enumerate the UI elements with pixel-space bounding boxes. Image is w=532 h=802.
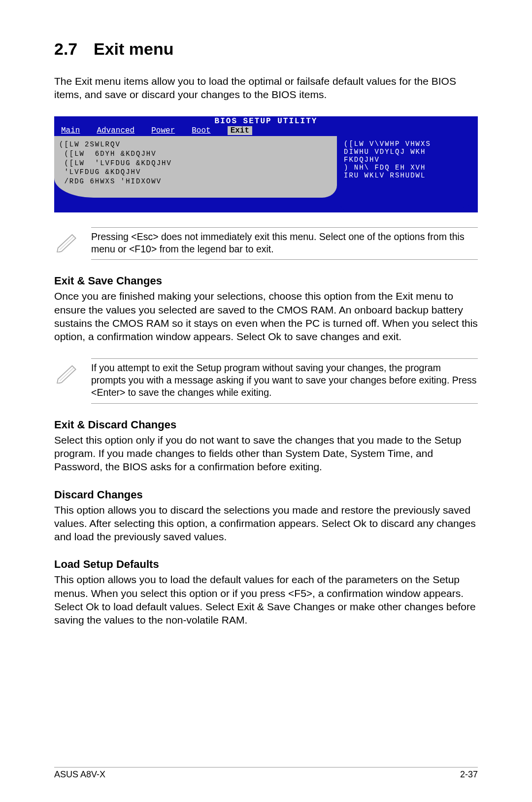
note-text: If you attempt to exit the Setup program…: [91, 358, 478, 404]
subheading-exit-discard: Exit & Discard Changes: [54, 418, 478, 431]
subheading-exit-save: Exit & Save Changes: [54, 275, 478, 287]
note-block: Pressing <Esc> does not immediately exit…: [54, 227, 478, 260]
footer-product: ASUS A8V-X: [54, 769, 105, 780]
pencil-icon: [54, 227, 91, 260]
bios-body: ([LW 2SWLRQV ([LW 6DYH &KDQJHV ([LW 'LVF…: [54, 136, 478, 212]
subheading-load-defaults: Load Setup Defaults: [54, 558, 478, 571]
section-heading: Exit menu: [94, 39, 173, 58]
section-number: 2.7: [54, 39, 94, 59]
bios-tab-main: Main: [61, 126, 80, 135]
footer-page-number: 2-37: [460, 769, 478, 780]
bios-tab-advanced: Advanced: [97, 126, 134, 135]
bios-line: /RDG 6HWXS 'HIDXOWV: [59, 177, 332, 186]
bios-tab-boot: Boot: [192, 126, 210, 135]
bios-help-line: ([LW V\VWHP VHWXS: [344, 140, 476, 148]
bios-line: ([LW 6DYH &KDQJHV: [59, 149, 332, 159]
subheading-discard: Discard Changes: [54, 488, 478, 501]
manual-page: 2.7Exit menu The Exit menu items allow y…: [0, 0, 532, 802]
subbody-exit-discard: Select this option only if you do not wa…: [54, 433, 478, 474]
bios-line: ([LW 2SWLRQV: [59, 140, 332, 149]
bios-right-pane: ([LW V\VWHP VHWXS DIWHU VDYLQJ WKH FKDQJ…: [340, 136, 478, 212]
bios-tab-exit: Exit: [228, 126, 252, 135]
subbody-load-defaults: This option allows you to load the defau…: [54, 573, 478, 627]
bios-screenshot: BIOS SETUP UTILITY Main Advanced Power B…: [54, 116, 478, 212]
subbody-exit-save: Once you are finished making your select…: [54, 289, 478, 343]
bios-help-line: IRU WKLV RSHUDWL: [344, 172, 476, 179]
bios-title: BIOS SETUP UTILITY: [54, 116, 478, 126]
bios-left-pane: ([LW 2SWLRQV ([LW 6DYH &KDQJHV ([LW 'LVF…: [54, 136, 337, 212]
note-text: Pressing <Esc> does not immediately exit…: [91, 227, 478, 260]
page-title: 2.7Exit menu: [54, 39, 478, 59]
pencil-icon: [54, 358, 91, 404]
bios-line: 'LVFDUG &KDQJHV: [59, 168, 332, 177]
subbody-discard: This option allows you to discard the se…: [54, 503, 478, 544]
bios-line: ([LW 'LVFDUG &KDQJHV: [59, 159, 332, 168]
page-footer: ASUS A8V-X 2-37: [54, 767, 478, 780]
bios-menubar: Main Advanced Power Boot Exit: [54, 126, 478, 136]
bios-tab-power: Power: [151, 126, 175, 135]
note-block: If you attempt to exit the Setup program…: [54, 358, 478, 404]
bios-help-line: DIWHU VDYLQJ WKH: [344, 148, 476, 156]
bios-help-line: FKDQJHV: [344, 156, 476, 164]
intro-paragraph: The Exit menu items allow you to load th…: [54, 74, 478, 102]
bios-help-line: ) NH\ FDQ EH XVH: [344, 164, 476, 172]
